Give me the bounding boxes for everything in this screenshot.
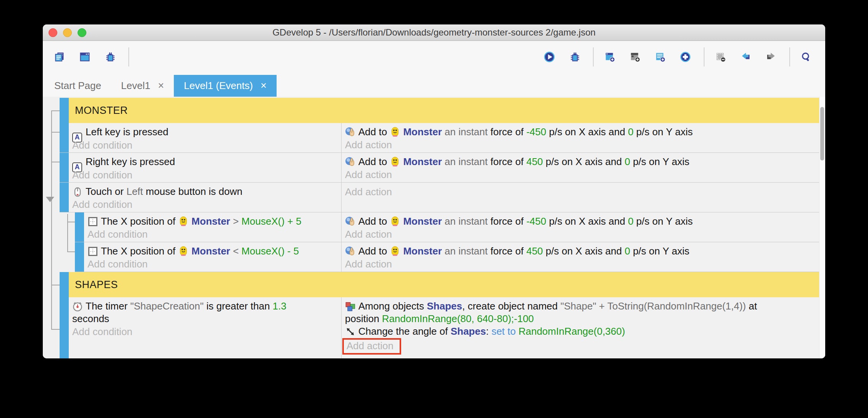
group-header[interactable]: MONSTER bbox=[60, 98, 819, 123]
event-gutter bbox=[43, 242, 75, 272]
add-event-icon bbox=[604, 52, 615, 62]
event-drag-bar[interactable] bbox=[60, 183, 69, 212]
toolbar-separator bbox=[789, 47, 790, 66]
event-body: ARight key is pressedAdd conditionAdd to… bbox=[60, 153, 819, 183]
text-segment: position bbox=[345, 313, 382, 324]
event-drag-bar[interactable] bbox=[75, 242, 84, 272]
add-action-button[interactable]: Add action bbox=[345, 186, 817, 198]
add-subevent-button[interactable] bbox=[625, 46, 647, 68]
event-drag-bar[interactable] bbox=[60, 98, 69, 123]
text-segment: force of bbox=[491, 215, 526, 227]
event-drag-bar[interactable] bbox=[60, 297, 69, 358]
scene-editor-button[interactable] bbox=[75, 46, 97, 68]
text-segment: -450 bbox=[526, 215, 546, 227]
text-segment: set to bbox=[491, 326, 518, 337]
action-line[interactable]: Change the angle of Shapes: set to Rando… bbox=[345, 325, 817, 338]
traffic-lights bbox=[49, 28, 86, 37]
condition-line[interactable]: Touch or Left mouse button is down bbox=[72, 185, 339, 198]
tab-level1[interactable]: Level1× bbox=[111, 75, 174, 97]
group-header-label[interactable]: MONSTER bbox=[69, 98, 819, 123]
event-gutter bbox=[43, 98, 60, 123]
text-segment: is greater than bbox=[204, 300, 273, 312]
add-condition-button[interactable]: Add condition bbox=[87, 258, 339, 270]
close-tab-icon[interactable]: × bbox=[158, 81, 164, 91]
event-drag-bar[interactable] bbox=[75, 212, 84, 242]
undo-button[interactable] bbox=[736, 46, 758, 68]
action-line[interactable]: Add to Monster an instant force of 450 p… bbox=[345, 156, 817, 168]
play-preview-button[interactable] bbox=[539, 46, 562, 68]
action-line[interactable]: position RandomInRange(80, 640-80);-100 bbox=[345, 313, 817, 325]
text-segment: an instant bbox=[442, 126, 491, 138]
close-tab-icon[interactable]: × bbox=[261, 81, 267, 91]
condition-line[interactable]: seconds bbox=[72, 313, 339, 325]
project-manager-icon bbox=[54, 52, 65, 62]
add-condition-button[interactable]: Add condition bbox=[72, 326, 339, 338]
vertical-scrollbar[interactable] bbox=[819, 97, 825, 358]
text-segment: The X position of bbox=[101, 215, 178, 227]
add-condition-button[interactable]: Add condition bbox=[72, 139, 339, 151]
text-segment: Monster bbox=[191, 245, 230, 257]
scrollbar-thumb[interactable] bbox=[820, 107, 824, 160]
condition-line[interactable]: The X position of Monster > MouseX() + 5 bbox=[87, 215, 339, 228]
project-manager-button[interactable] bbox=[50, 46, 72, 68]
tab-level1-events[interactable]: Level1 (Events)× bbox=[174, 75, 276, 97]
group-header-label[interactable]: SHAPES bbox=[69, 272, 819, 297]
add-action-button[interactable]: Add action bbox=[345, 258, 817, 270]
add-comment-icon bbox=[655, 52, 666, 62]
play-preview-icon bbox=[544, 52, 555, 62]
keyboard-icon: A bbox=[72, 128, 83, 139]
text-segment: : bbox=[486, 326, 491, 337]
add-condition-button[interactable]: Add condition bbox=[72, 198, 339, 211]
add-condition-button[interactable]: Add condition bbox=[72, 169, 339, 181]
text-segment: The timer bbox=[86, 300, 130, 312]
event-drag-bar[interactable] bbox=[60, 153, 69, 182]
event-group-header-row: SHAPES bbox=[43, 272, 819, 297]
add-new-button[interactable] bbox=[675, 46, 698, 68]
event-drag-bar[interactable] bbox=[60, 272, 69, 297]
debug-preview-button[interactable] bbox=[565, 46, 587, 68]
condition-line[interactable]: The X position of Monster < MouseX() - 5 bbox=[87, 245, 339, 258]
close-window-button[interactable] bbox=[49, 28, 57, 37]
text-segment: Monster bbox=[403, 126, 442, 138]
add-comment-button[interactable] bbox=[650, 46, 672, 68]
search-button[interactable] bbox=[796, 46, 818, 68]
event-row: The X position of Monster < MouseX() - 5… bbox=[43, 242, 819, 272]
minimize-window-button[interactable] bbox=[63, 28, 72, 37]
add-action-button[interactable]: Add action bbox=[345, 228, 817, 240]
force-icon bbox=[345, 127, 356, 138]
add-subevent-icon bbox=[630, 52, 640, 62]
action-line[interactable]: Add to Monster an instant force of 450 p… bbox=[345, 245, 817, 258]
text-segment: "ShapeCreation" bbox=[130, 300, 204, 312]
condition-line[interactable]: ALeft key is pressed bbox=[72, 126, 339, 139]
zoom-window-button[interactable] bbox=[78, 28, 86, 37]
force-icon bbox=[345, 246, 356, 257]
text-segment: MouseX() - 5 bbox=[241, 245, 299, 257]
redo-button[interactable] bbox=[761, 46, 783, 68]
event-body: The X position of Monster < MouseX() - 5… bbox=[75, 242, 819, 272]
action-line[interactable]: Among objects Shapes, create object name… bbox=[345, 300, 817, 313]
tab-start-page[interactable]: Start Page bbox=[44, 75, 111, 97]
action-line[interactable]: Add to Monster an instant force of -450 … bbox=[345, 126, 817, 138]
add-action-button[interactable]: Add action bbox=[345, 168, 817, 181]
events-sheet: MONSTERALeft key is pressedAdd condition… bbox=[43, 97, 825, 358]
add-event-button[interactable] bbox=[600, 46, 622, 68]
event-row: The timer "ShapeCreation" is greater tha… bbox=[43, 297, 819, 358]
debugger-button[interactable] bbox=[100, 46, 122, 68]
event-gutter bbox=[43, 297, 60, 358]
add-action-button[interactable]: Add action bbox=[345, 139, 817, 151]
group-header[interactable]: SHAPES bbox=[60, 272, 819, 297]
remove-event-button[interactable] bbox=[711, 46, 733, 68]
add-action-button[interactable]: Add action bbox=[345, 338, 817, 355]
event-drag-bar[interactable] bbox=[60, 123, 69, 152]
text-segment: force of bbox=[491, 245, 526, 257]
condition-line[interactable]: The timer "ShapeCreation" is greater tha… bbox=[72, 300, 339, 313]
text-segment: Monster bbox=[403, 156, 442, 167]
add-condition-button[interactable]: Add condition bbox=[87, 228, 339, 240]
undo-icon bbox=[740, 52, 751, 62]
action-line[interactable]: Add to Monster an instant force of -450 … bbox=[345, 215, 817, 228]
search-icon bbox=[801, 52, 811, 62]
title-bar[interactable]: GDevelop 5 - /Users/florian/Downloads/ge… bbox=[43, 24, 825, 41]
actions-cell: Add to Monster an instant force of -450 … bbox=[342, 212, 819, 242]
condition-line[interactable]: ARight key is pressed bbox=[72, 156, 339, 168]
add-action-highlight-box[interactable]: Add action bbox=[342, 338, 401, 355]
